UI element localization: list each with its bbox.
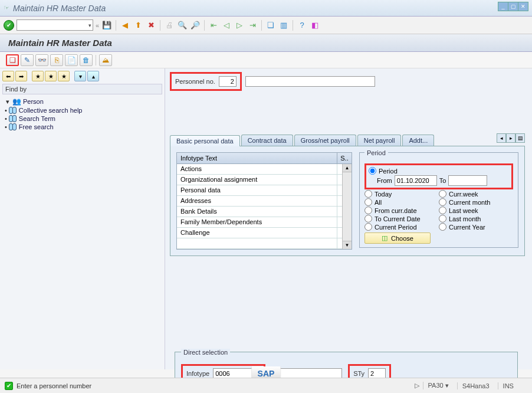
tab-basic-personal[interactable]: Basic personal data [170, 135, 240, 146]
create-button[interactable]: ❏ [6, 54, 19, 66]
left-pane: ⬅ ➡ ★ ★ ★ ▾ ▴ Find by ▾ 👥 Person • Colle… [0, 68, 165, 369]
radio-today[interactable] [364, 190, 372, 198]
first-page-icon[interactable]: ⇤ [208, 20, 219, 31]
tree-root-person[interactable]: ▾ 👥 Person [5, 97, 160, 106]
tab-body: Infotype Text S.. Actions Organizational… [170, 146, 525, 256]
page-title: Maintain HR Master Data [8, 38, 112, 48]
to-label: To [439, 177, 446, 184]
table-row[interactable]: Organizational assignment [177, 175, 352, 185]
radio-all-label: All [375, 199, 382, 206]
radio-currweek[interactable] [439, 190, 446, 198]
tab-addt[interactable]: Addt... [402, 135, 434, 146]
findby-label: Find by [2, 84, 162, 94]
table-row[interactable]: Actions [177, 164, 352, 175]
radio-today-label: Today [375, 191, 392, 198]
table-scrollbar[interactable]: ▲ ▼ [342, 164, 352, 249]
radio-all[interactable] [364, 198, 372, 206]
binocular-icon [9, 115, 17, 122]
nav-buttons: ⬅ ➡ ★ ★ ★ ▾ ▴ [2, 71, 162, 81]
nav-back[interactable]: ⬅ [2, 71, 14, 81]
table-row[interactable]: Personal data [177, 185, 352, 196]
tab-scroll-right[interactable]: ▸ [506, 133, 515, 143]
radio-curr-period[interactable] [364, 223, 372, 231]
close-button[interactable]: ✕ [518, 2, 528, 11]
edit-button[interactable]: ✎ [21, 54, 34, 66]
table-row[interactable]: Family Member/Dependents [177, 217, 352, 228]
nav-fwd[interactable]: ➡ [15, 71, 27, 81]
table-row[interactable]: Addresses [177, 196, 352, 207]
table-row[interactable] [177, 238, 352, 249]
prev-page-icon[interactable]: ◁ [221, 20, 232, 31]
last-page-icon[interactable]: ⇥ [247, 20, 258, 31]
exit-icon[interactable]: ⬆ [133, 20, 143, 31]
right-pane: Personnel no. Basic personal data Contra… [165, 68, 532, 369]
status-message: Enter a personnel number [17, 382, 91, 389]
table-row[interactable]: Bank Details [177, 207, 352, 217]
radio-period-label: Period [379, 168, 398, 175]
tab-scroll-left[interactable]: ◂ [497, 133, 506, 143]
from-date-input[interactable] [395, 175, 437, 186]
help-icon[interactable]: ? [297, 20, 307, 31]
table-row[interactable]: Challenge [177, 228, 352, 238]
radio-from-curr[interactable] [364, 207, 372, 214]
radio-period[interactable] [369, 167, 376, 175]
radio-lastmonth[interactable] [439, 215, 446, 222]
display-button[interactable]: 👓 [35, 54, 48, 66]
infotype-body: Actions Organizational assignment Person… [176, 164, 352, 250]
tab-contract[interactable]: Contract data [241, 135, 293, 146]
maximize-button[interactable]: ▢ [508, 2, 518, 11]
enter-button[interactable]: ✔ [4, 20, 14, 31]
minimize-button[interactable]: _ [498, 2, 508, 11]
expand-all[interactable]: ▾ [74, 71, 86, 81]
personnel-input[interactable] [219, 76, 237, 87]
object-tree: ▾ 👥 Person • Collective search help • Se… [2, 96, 162, 132]
col-infotype-text: Infotype Text [177, 153, 337, 163]
radio-currmonth-label: Current month [449, 199, 490, 206]
radio-to-curr[interactable] [364, 215, 372, 222]
infotype-label: Infotype [186, 370, 209, 377]
tree-item-free-search[interactable]: • Free search [5, 123, 160, 131]
find-next-icon[interactable]: 🔎 [190, 20, 201, 31]
back-icon[interactable]: ◀ [120, 20, 130, 31]
new-session-icon[interactable]: ❏ [265, 20, 276, 31]
next-page-icon[interactable]: ▷ [234, 20, 245, 31]
command-field[interactable]: ▾ [17, 19, 93, 31]
fav-3[interactable]: ★ [58, 71, 70, 81]
find-icon[interactable]: 🔍 [177, 20, 188, 31]
scroll-down[interactable]: ▼ [343, 241, 352, 249]
fav-1[interactable]: ★ [32, 71, 44, 81]
customize-icon[interactable]: ◧ [310, 20, 320, 31]
tabstrip-container: Basic personal data Contract data Gross/… [170, 133, 525, 256]
radio-currmonth[interactable] [439, 198, 446, 206]
overview-button[interactable]: ⛰ [99, 54, 112, 66]
delete-button[interactable]: 🗑 [80, 54, 93, 66]
radio-curryear-label: Current Year [449, 224, 485, 231]
tree-item-collective-search[interactable]: • Collective search help [5, 106, 160, 114]
period-group: Period Period From To [359, 152, 518, 250]
cancel-icon[interactable]: ✖ [146, 20, 156, 31]
tree-item-search-term[interactable]: • Search Term [5, 114, 160, 123]
radio-curryear[interactable] [439, 223, 446, 231]
choose-button[interactable]: ◫ Choose [364, 232, 431, 244]
copy-button[interactable]: ⎘ [50, 54, 63, 66]
personnel-row: Personnel no. [170, 72, 527, 91]
page-header: Maintain HR Master Data [0, 34, 532, 52]
tab-gross-net[interactable]: Gross/net payroll [294, 135, 356, 146]
to-date-input[interactable] [448, 175, 487, 186]
fav-2[interactable]: ★ [45, 71, 57, 81]
tab-net-payroll[interactable]: Net payroll [357, 135, 402, 146]
layout-icon[interactable]: ▥ [278, 20, 289, 31]
radio-lastweek[interactable] [439, 207, 446, 214]
status-mode: INS [498, 382, 518, 389]
collapse-all[interactable]: ▴ [87, 71, 99, 81]
scroll-up[interactable]: ▲ [343, 164, 352, 172]
radio-lastweek-label: Last week [449, 207, 478, 214]
personnel-label: Personnel no. [175, 78, 215, 85]
delimit-button[interactable]: 📄 [65, 54, 78, 66]
tab-list[interactable]: ▤ [515, 133, 525, 143]
save-icon[interactable]: 💾 [101, 20, 112, 31]
status-bar: ✔ Enter a personnel number ▷ PA30 ▾ S4Ha… [0, 378, 532, 393]
infotype-table: Infotype Text S.. Actions Organizational… [176, 152, 352, 250]
status-system: S4Hana3 [457, 382, 494, 389]
print-icon[interactable]: 🖨 [164, 20, 175, 31]
